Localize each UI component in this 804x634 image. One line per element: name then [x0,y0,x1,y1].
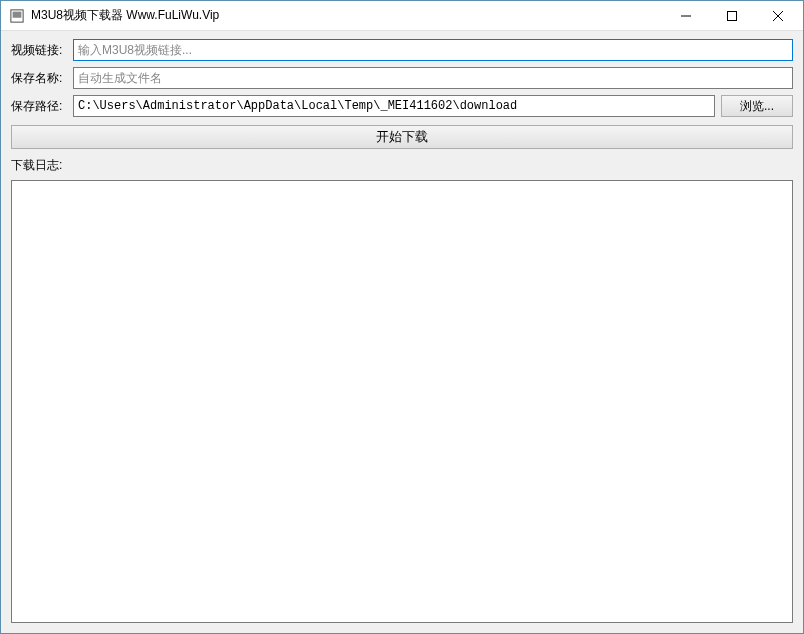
save-name-label: 保存名称: [11,70,67,87]
close-button[interactable] [755,1,801,31]
minimize-button[interactable] [663,1,709,31]
save-path-row: 保存路径: 浏览... [11,95,793,117]
video-url-label: 视频链接: [11,42,67,59]
save-path-label: 保存路径: [11,98,67,115]
titlebar: M3U8视频下载器 Www.FuLiWu.Vip [1,1,803,31]
app-icon [9,8,25,24]
app-window: M3U8视频下载器 Www.FuLiWu.Vip 视频链接: 保存名称: 保存路… [0,0,804,634]
content-area: 视频链接: 保存名称: 保存路径: 浏览... 开始下载 下载日志: [1,31,803,633]
save-name-row: 保存名称: [11,67,793,89]
browse-button[interactable]: 浏览... [721,95,793,117]
window-controls [663,1,801,31]
window-title: M3U8视频下载器 Www.FuLiWu.Vip [31,7,663,24]
log-label: 下载日志: [11,157,793,174]
video-url-row: 视频链接: [11,39,793,61]
video-url-input[interactable] [73,39,793,61]
svg-rect-1 [13,11,22,17]
svg-rect-3 [728,11,737,20]
maximize-button[interactable] [709,1,755,31]
save-path-input[interactable] [73,95,715,117]
log-textarea[interactable] [11,180,793,623]
save-name-input[interactable] [73,67,793,89]
start-download-button[interactable]: 开始下载 [11,125,793,149]
